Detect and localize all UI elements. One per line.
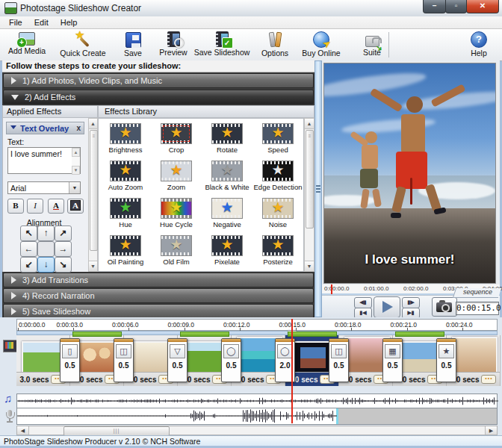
timeline-playhead[interactable] [291,319,293,423]
scroll-up-icon[interactable]: ▲ [72,148,80,157]
align-top-right-button[interactable]: ↗ [55,225,72,241]
scroll-down-icon[interactable]: ▼ [305,261,314,271]
step-4-header[interactable]: 4) Record Narration [3,288,314,303]
minimize-button[interactable]: – [423,0,446,13]
transition-3[interactable]: ▽ 0.5 [167,338,188,382]
toolbar-buy-online[interactable]: Buy Online [297,31,345,59]
font-dropdown[interactable]: Arial ▼ [7,181,81,194]
scrollbar-thumb[interactable]: ≡ [90,130,98,251]
effect-edge-detection[interactable]: ★ Edge Detection [253,161,303,191]
boy1-head-art [406,96,423,113]
italic-button[interactable]: I [27,199,43,214]
text-overlay-close-icon[interactable]: x [76,124,81,132]
text-input-scrollbar[interactable]: ▲▼ [72,148,80,173]
page-transition-icon: ▯ [62,344,78,358]
effect-brightness[interactable]: ★ Brightness [101,123,150,154]
align-bottom-left-button[interactable]: ↙ [20,257,37,273]
effect-black-white[interactable]: ★ Black & White [202,161,252,191]
toolbar-help[interactable]: ? Help [460,31,498,59]
effect-indicator-bar [288,332,337,337]
transition-8[interactable]: ★ 0.5 [436,338,456,382]
toolbar-save-slideshow[interactable]: Save Slideshow [193,31,251,59]
text-overlay-header[interactable]: Text Overlay x [6,122,84,134]
timeline-ruler[interactable]: 0:00:00.0 0:00:03.0 0:00:06.0 0:00:09.0 … [16,319,498,331]
effect-rotate[interactable]: ★ Rotate [202,123,252,154]
toolbar: Add Media Quick Create Save Preview Save… [0,29,502,61]
font-color-button[interactable]: A [48,199,64,214]
doors-transition-icon: ◫ [116,344,131,358]
scroll-down-icon[interactable]: ▼ [89,261,97,271]
toolbar-quick-create[interactable]: Quick Create [54,31,112,59]
effect-zoom[interactable]: ★ Zoom [152,161,201,191]
effect-hue-cycle[interactable]: ★ Hue Cycle [152,198,201,228]
align-top-left-button[interactable]: ↖ [20,225,37,241]
transition-6[interactable]: ◫ 0.5 [329,338,349,382]
transition-2[interactable]: ◫ 0.5 [114,338,134,382]
clip-thumbnail[interactable] [452,337,498,374]
film-star-icon: ★ [110,161,141,181]
snapshot-button[interactable] [432,297,457,317]
step-back-button[interactable]: ◀▮ [354,297,372,308]
toolbar-suite[interactable]: Suite [348,31,396,59]
scroll-down-icon[interactable]: ▼ [72,166,80,175]
scroll-up-icon[interactable]: ▲ [305,119,314,129]
microphone-icon [5,410,14,423]
toolbar-options[interactable]: Options [251,31,299,59]
effect-speed[interactable]: ★ Speed [253,123,303,154]
timeline-scrollbar[interactable]: ◀ ||| ▶ [16,426,498,435]
maximize-button[interactable]: ▫ [445,0,467,13]
effect-hue[interactable]: ★ Hue [101,198,150,228]
film-star-icon: ★ [262,198,294,219]
align-left-button[interactable]: ← [20,241,37,257]
transition-7[interactable]: ▦ 0.5 [382,338,403,382]
align-bottom-button[interactable]: ↓ [37,257,55,273]
align-center-button[interactable] [37,241,55,257]
film-star-icon: ★ [161,123,192,144]
effect-auto-zoom[interactable]: ★ Auto Zoom [101,161,150,191]
ruler-label: 0:00:24.0 [446,321,472,329]
overlay-text-input[interactable]: I love summer! [7,147,81,174]
align-top-button[interactable]: ↑ [37,225,55,241]
scroll-up-icon[interactable]: ▲ [89,119,97,129]
step-3-header[interactable]: 3) Add Transitions [3,273,314,287]
film-star-icon: ★ [262,235,294,256]
effect-posterize[interactable]: ★ Posterize [253,235,303,266]
effect-old-film[interactable]: ★ Old Film [152,235,201,266]
step-1-header[interactable]: 1) Add Photos, Video Clips, and Music [3,73,314,88]
effect-pixelate[interactable]: ★ Pixelate [202,235,252,266]
toolbar-add-media[interactable]: Add Media [3,31,51,59]
step-forward-button[interactable]: ▮▶ [402,297,420,308]
step-5-header[interactable]: 5) Save Slideshow [3,304,314,319]
effect-noise[interactable]: ★ Noise [253,198,303,228]
effect-crop[interactable]: ★ Crop [152,123,201,154]
chevron-down-icon [10,125,16,132]
scroll-right-icon[interactable]: ▶ [485,426,497,435]
title-bar: Photostage Slideshow Creator – ▫ ✕ [0,0,502,17]
ruler-label: 0:00:06.0 [112,321,138,329]
scrollbar-thumb[interactable]: ≡ [306,130,314,228]
effects-library-scrollbar[interactable]: ▲ ≡ ▼ [304,118,314,272]
step-2-header[interactable]: 2) Add Effects [3,90,314,105]
steps-intro-text: Follow these steps to create your slides… [2,60,314,72]
transition-4[interactable]: ◯ 0.5 [221,338,241,382]
align-bottom-right-button[interactable]: ↘ [55,257,72,273]
applied-effects-scrollbar[interactable]: ▲ ≡ ▼ [88,118,98,272]
music-track[interactable] [16,393,498,408]
bold-button[interactable]: B [7,199,24,214]
status-bar: PhotoStage Slideshow Producer v 2.10 © N… [0,435,502,446]
background-color-button[interactable]: A [67,199,84,214]
duration-edit-button[interactable]: ••• [481,375,496,384]
effect-oil-painting[interactable]: ★ Oil Painting [101,235,150,266]
menu-file[interactable]: File [3,17,28,28]
transition-1[interactable]: ▯ 0.5 [60,338,80,382]
effect-negative[interactable]: ★ Negative [202,198,252,228]
close-button[interactable]: ✕ [466,0,499,13]
narration-track[interactable] [16,408,498,425]
chevron-down-icon: ▼ [69,182,80,193]
toolbar-preview[interactable]: Preview [149,31,197,59]
play-button[interactable] [374,296,400,318]
menu-help[interactable]: Help [55,17,84,28]
align-right-button[interactable]: → [55,241,72,257]
scroll-left-icon[interactable]: ◀ [17,426,29,435]
menu-edit[interactable]: Edit [28,17,55,28]
